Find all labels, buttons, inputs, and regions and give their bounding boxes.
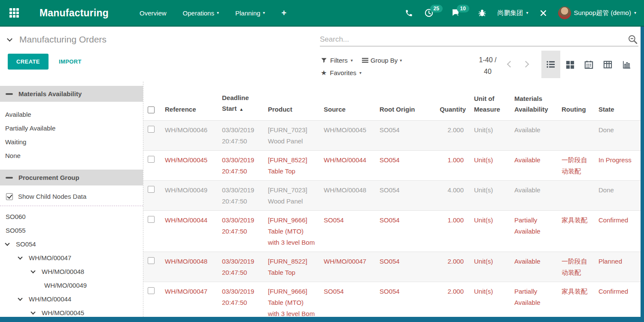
user-avatar (558, 6, 571, 19)
row-checkbox[interactable] (148, 257, 155, 264)
list-view-button[interactable] (541, 51, 560, 78)
cell-availability: Available (512, 121, 559, 150)
filter-waiting[interactable]: Waiting (5, 135, 143, 149)
voip-phone-icon[interactable] (405, 9, 413, 17)
chevron-down-icon[interactable] (7, 36, 12, 42)
select-all-checkbox[interactable] (148, 106, 155, 113)
tree-item[interactable]: WH/MO/00049 (0, 279, 143, 292)
cell-availability: Available (512, 181, 559, 210)
cell-routing: 一阶段自动装配 (559, 252, 596, 282)
filter-none[interactable]: None (5, 149, 143, 163)
menu-planning[interactable]: Planning▾ (235, 9, 265, 17)
menu-overview[interactable]: Overview (140, 9, 167, 17)
cell-root-origin: SO054 (377, 121, 432, 150)
pivot-view-button[interactable] (598, 51, 617, 78)
caret-down-icon: ▾ (526, 11, 529, 15)
cell-product: [FURN_9666] Table (MTO) with 3 level Bom (266, 282, 322, 317)
col-product[interactable]: Product (266, 82, 322, 120)
cell-product: [FURN_8522] Table Top (266, 252, 322, 282)
checkbox-checked[interactable] (6, 193, 13, 200)
col-routing[interactable]: Routing (559, 82, 596, 120)
tools-icon[interactable] (540, 9, 547, 17)
import-button[interactable]: IMPORT (59, 58, 82, 65)
col-unit-of-measure[interactable]: Unit of Measure (472, 82, 512, 120)
cell-quantity: 2.000 (432, 252, 472, 282)
cell-routing: 一阶段自动装配 (559, 151, 596, 180)
cell-reference: WH/MO/00044 (163, 211, 220, 252)
tree-item[interactable]: WH/MO/00044 (0, 292, 143, 306)
table-row[interactable]: WH/MO/00045 03/30/201920:47:50 [FURN_852… (143, 150, 641, 180)
col-quantity[interactable]: Quantity (432, 82, 472, 120)
row-checkbox[interactable] (148, 186, 155, 193)
chevron-down-icon[interactable] (31, 312, 42, 314)
cell-deadline: 03/30/201920:47:50 (220, 181, 266, 210)
cell-deadline: 03/30/201920:47:50 (220, 121, 266, 150)
filters-dropdown[interactable]: Filters (330, 57, 348, 64)
add-menu-button[interactable]: + (281, 8, 286, 18)
table-row[interactable]: WH/MO/00046 03/30/201920:47:50 [FURN_702… (143, 120, 641, 150)
company-switcher[interactable]: 尚鹏集团▾ (498, 9, 529, 17)
col-deadline-start[interactable]: Deadline Start▲ (220, 82, 266, 120)
table-row[interactable]: WH/MO/00044 03/30/201920:47:50 [FURN_966… (143, 210, 641, 252)
menu-operations[interactable]: Operations▾ (183, 9, 219, 17)
row-checkbox[interactable] (148, 156, 155, 163)
table-row[interactable]: WH/MO/00049 03/30/201920:47:50 [FURN_702… (143, 180, 641, 210)
chevron-down-icon[interactable] (6, 243, 16, 245)
page-title: Manufacturing Orders (19, 34, 106, 45)
col-source[interactable]: Source (322, 82, 377, 120)
chevron-down-icon[interactable] (18, 298, 29, 300)
calendar-view-button[interactable] (579, 51, 598, 78)
cell-routing (559, 181, 596, 210)
kanban-view-button[interactable] (560, 51, 579, 78)
search-input[interactable] (320, 35, 627, 44)
table-row[interactable]: WH/MO/00048 03/30/201920:47:50 [FURN_852… (143, 252, 641, 282)
filter-available[interactable]: Available (5, 108, 143, 122)
cell-reference: WH/MO/00047 (163, 282, 220, 317)
filter-partially-available[interactable]: Partially Available (5, 122, 143, 135)
pager-next-button[interactable] (523, 62, 533, 71)
bug-debug-icon[interactable] (478, 9, 486, 17)
tree-item[interactable]: SO055 (0, 224, 143, 237)
group-by-dropdown[interactable]: Group By ▾ (362, 57, 402, 64)
section-materials-availability[interactable]: Materials Availability (0, 86, 143, 102)
user-menu[interactable]: Sunpop超管 (demo) ▾ (558, 6, 636, 19)
cell-uom: Unit(s) (472, 252, 512, 282)
pager-previous-button[interactable] (508, 62, 517, 71)
cell-quantity: 2.000 (432, 121, 472, 150)
col-root-origin[interactable]: Root Origin (377, 82, 432, 120)
graph-view-button[interactable] (617, 51, 636, 78)
search-icon[interactable] (627, 34, 638, 45)
tree-item[interactable]: WH/MO/00045 (0, 306, 143, 317)
window-frame-bottom (0, 317, 644, 322)
pager: 1-40 / 40 (471, 54, 504, 77)
chevron-down-icon[interactable] (18, 257, 29, 259)
cell-routing: 家具装配 (559, 211, 596, 252)
cell-source: SO054 (322, 282, 377, 317)
cell-uom: Unit(s) (472, 151, 512, 180)
cell-routing (559, 121, 596, 150)
pager-total: 40 (471, 66, 504, 77)
chevron-down-icon[interactable] (31, 271, 42, 273)
row-checkbox[interactable] (148, 126, 155, 133)
tree-item[interactable]: SO060 (0, 210, 143, 224)
cell-product: [FURN_9666] Table (MTO) with 3 level Bom (266, 211, 322, 252)
create-button[interactable]: CREATE (8, 54, 49, 70)
col-state[interactable]: State (596, 82, 641, 120)
tree-item[interactable]: WH/MO/00047 (0, 251, 143, 265)
col-materials-availability[interactable]: Materials Availability (512, 82, 559, 120)
activities-clock-icon[interactable]: 25 (424, 8, 434, 18)
breadcrumb[interactable]: Manufacturing Orders (8, 34, 106, 45)
row-checkbox[interactable] (148, 216, 155, 223)
section-procurement-group[interactable]: Procurement Group (0, 170, 143, 185)
messages-chat-icon[interactable]: 10 (451, 8, 461, 18)
cell-product: [FURN_7023] Wood Panel (266, 121, 322, 150)
apps-menu-icon[interactable] (9, 8, 19, 18)
show-child-nodes-toggle[interactable]: Show Child Nodes Data (0, 185, 143, 206)
favorites-dropdown[interactable]: ★ Favorites ▾ (321, 67, 402, 79)
tree-item[interactable]: SO054 (0, 237, 143, 251)
tree-item[interactable]: WH/MO/00048 (0, 265, 143, 279)
col-reference[interactable]: Reference (163, 82, 220, 120)
cell-root-origin: SO054 (377, 211, 432, 252)
table-row[interactable]: WH/MO/00047 03/30/201920:47:50 [FURN_966… (143, 282, 641, 317)
row-checkbox[interactable] (148, 287, 155, 294)
